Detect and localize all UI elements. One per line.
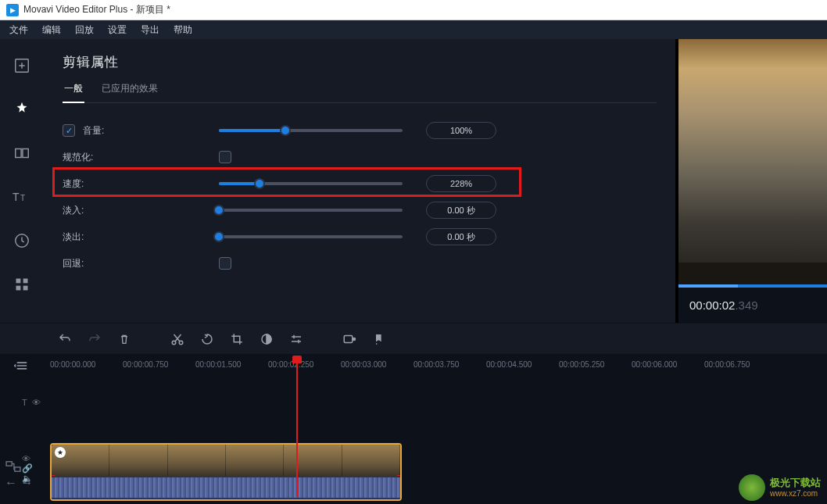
track-link-icon[interactable]	[5, 460, 22, 473]
clip-effect-badge[interactable]: ★	[55, 447, 66, 458]
menubar: 文件 编辑 回放 设置 导出 帮助	[0, 20, 827, 39]
titles-icon[interactable]: TT	[11, 186, 33, 208]
row-reverse: 回退:	[63, 250, 657, 277]
preview-canvas[interactable]	[678, 39, 827, 284]
reverse-label: 回退:	[63, 257, 84, 270]
svg-rect-8	[16, 286, 21, 291]
fadeout-slider[interactable]	[219, 235, 403, 238]
row-fadein: 淡入: 0.00 秒	[63, 197, 657, 223]
property-tabs: 一般 已应用的效果	[63, 82, 657, 103]
menu-help[interactable]: 帮助	[174, 23, 192, 37]
timeline-toolbar	[0, 323, 827, 354]
import-icon[interactable]	[11, 55, 33, 77]
delete-button[interactable]	[116, 331, 133, 348]
crop-button[interactable]	[228, 331, 245, 348]
timeline: 00:00:00.00000:00:00.75000:00:01.50000:0…	[0, 354, 827, 504]
titlebar: ▶ Movavi Video Editor Plus - 新项目 *	[0, 0, 827, 20]
fadein-value[interactable]: 0.00 秒	[426, 202, 496, 219]
preview-timecode: 00:00:02.349	[678, 288, 827, 323]
preview-panel: 00:00:02.349	[675, 39, 827, 323]
row-speed: 速度: 228%	[63, 170, 657, 197]
track-controls: T 👁 👁🔗🔈	[22, 398, 41, 484]
marker-button[interactable]	[371, 331, 388, 348]
add-track-button[interactable]	[14, 360, 30, 371]
watermark-logo-icon	[739, 474, 765, 501]
video-clip[interactable]: ★ ★	[50, 443, 402, 501]
menu-settings[interactable]: 设置	[108, 23, 127, 37]
volume-slider[interactable]	[219, 129, 403, 132]
volume-label: 音量:	[83, 124, 104, 138]
svg-text:T: T	[20, 194, 25, 202]
normalize-checkbox[interactable]	[219, 151, 231, 163]
record-button[interactable]	[341, 331, 358, 348]
menu-file[interactable]: 文件	[9, 23, 28, 37]
tab-general[interactable]: 一般	[63, 82, 84, 103]
svg-rect-15	[6, 462, 12, 466]
rotate-button[interactable]	[199, 331, 216, 348]
svg-point-14	[353, 338, 356, 340]
svg-rect-16	[15, 467, 20, 471]
tab-applied-effects[interactable]: 已应用的效果	[100, 82, 159, 102]
fadeout-value[interactable]: 0.00 秒	[426, 228, 496, 245]
volume-value[interactable]: 100%	[426, 122, 496, 139]
volume-checkbox[interactable]	[63, 124, 75, 137]
panel-title: 剪辑属性	[63, 53, 657, 71]
more-tools-icon[interactable]	[11, 273, 33, 295]
menu-edit[interactable]: 编辑	[42, 23, 61, 37]
clip-properties-panel: 剪辑属性 一般 已应用的效果 音量: 100% 规范化: 速度: 228% 淡入…	[44, 39, 675, 323]
speed-slider[interactable]	[219, 182, 403, 185]
row-volume: 音量: 100%	[63, 117, 657, 144]
svg-rect-13	[344, 335, 353, 342]
menu-playback[interactable]: 回放	[75, 23, 94, 37]
speed-label: 速度:	[63, 177, 84, 191]
fadein-slider[interactable]	[219, 209, 403, 212]
window-title: Movavi Video Editor Plus - 新项目 *	[23, 3, 170, 16]
normalize-label: 规范化:	[63, 151, 93, 164]
redo-button[interactable]	[86, 331, 103, 348]
track-nav-icon[interactable]: ← →	[5, 476, 33, 490]
adjust-button[interactable]	[288, 331, 305, 348]
fadein-label: 淡入:	[63, 204, 84, 217]
watermark-name: 极光下载站	[770, 477, 821, 488]
menu-export[interactable]: 导出	[141, 23, 159, 37]
fadeout-label: 淡出:	[63, 231, 84, 244]
row-normalize: 规范化:	[63, 144, 657, 170]
filters-icon[interactable]	[11, 98, 33, 120]
svg-rect-7	[23, 279, 28, 284]
undo-button[interactable]	[56, 331, 73, 348]
cut-button[interactable]	[169, 331, 186, 348]
svg-text:T: T	[13, 191, 20, 203]
playhead[interactable]	[296, 356, 298, 496]
row-fadeout: 淡出: 0.00 秒	[63, 223, 657, 250]
left-toolbar: TT	[0, 39, 44, 323]
svg-rect-9	[23, 286, 28, 291]
watermark: 极光下载站 www.xz7.com	[739, 474, 821, 501]
app-icon: ▶	[6, 4, 19, 16]
svg-rect-6	[16, 279, 21, 284]
transitions-icon[interactable]	[11, 142, 33, 164]
stickers-icon[interactable]	[11, 230, 33, 252]
svg-rect-1	[16, 149, 21, 158]
watermark-url: www.xz7.com	[770, 489, 821, 498]
reverse-checkbox[interactable]	[219, 257, 231, 270]
timeline-ruler[interactable]: 00:00:00.00000:00:00.75000:00:01.50000:0…	[50, 360, 827, 373]
color-button[interactable]	[258, 331, 275, 348]
speed-value[interactable]: 228%	[426, 175, 496, 192]
svg-rect-2	[23, 149, 28, 158]
